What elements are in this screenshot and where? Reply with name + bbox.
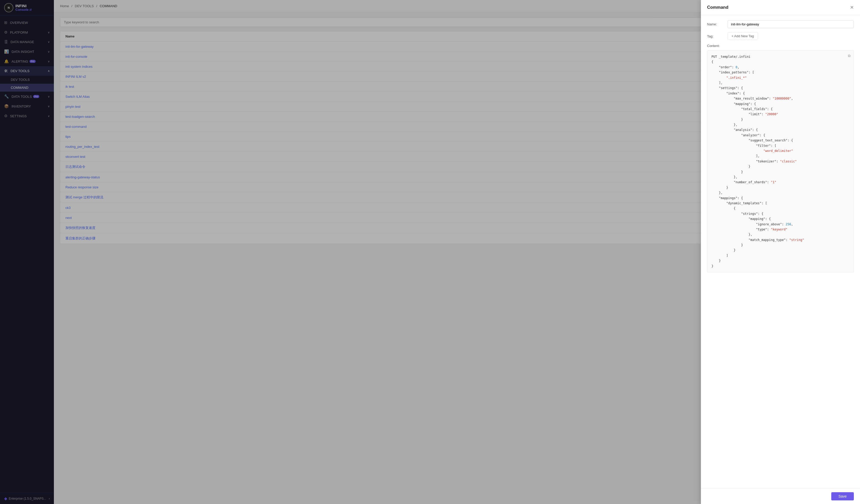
command-modal: Command ✕ Name: Tag: + Add New Tag Conte… xyxy=(701,0,860,504)
add-tag-button[interactable]: + Add New Tag xyxy=(728,32,758,40)
name-input[interactable] xyxy=(728,20,854,28)
modal-footer: Save xyxy=(701,488,860,504)
code-editor[interactable]: ⧉ PUT _template/.infini { "order": 0, "i… xyxy=(707,50,854,273)
modal-body: Name: Tag: + Add New Tag Content: ⧉ PUT … xyxy=(701,15,860,488)
copy-icon[interactable]: ⧉ xyxy=(848,53,850,59)
content-section: Content: ⧉ PUT _template/.infini { "orde… xyxy=(707,44,854,273)
save-button[interactable]: Save xyxy=(831,492,854,500)
modal-header: Command ✕ xyxy=(701,0,860,15)
name-label: Name: xyxy=(707,20,728,26)
content-label: Content: xyxy=(707,44,854,48)
code-content: PUT _template/.infini { "order": 0, "ind… xyxy=(712,54,849,269)
tag-label: Tag: xyxy=(707,32,728,38)
tag-field-row: Tag: + Add New Tag xyxy=(707,32,854,40)
modal-close-button[interactable]: ✕ xyxy=(850,5,854,10)
modal-title: Command xyxy=(707,5,728,10)
name-field-row: Name: xyxy=(707,20,854,28)
